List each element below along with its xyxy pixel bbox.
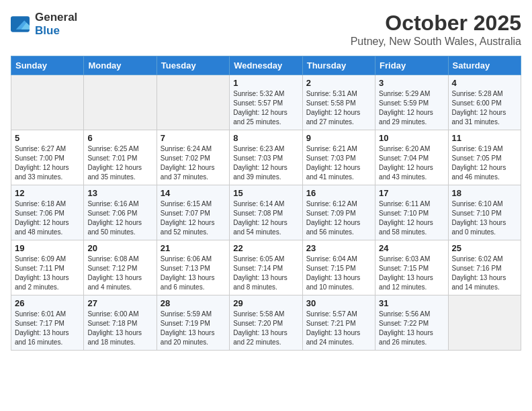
location-subtitle: Putney, New South Wales, Australia	[351, 36, 521, 48]
day-number: 29	[233, 298, 298, 308]
calendar-cell: 5Sunrise: 6:27 AM Sunset: 7:00 PM Daylig…	[11, 130, 84, 185]
calendar-cell: 2Sunrise: 5:31 AM Sunset: 5:58 PM Daylig…	[302, 75, 375, 130]
week-row-2: 5Sunrise: 6:27 AM Sunset: 7:00 PM Daylig…	[11, 130, 521, 185]
day-info: Sunrise: 6:20 AM Sunset: 7:04 PM Dayligh…	[379, 144, 444, 182]
calendar-cell	[157, 75, 229, 130]
day-number: 30	[306, 298, 371, 308]
calendar-cell: 30Sunrise: 5:57 AM Sunset: 7:21 PM Dayli…	[302, 295, 375, 351]
day-number: 15	[233, 188, 298, 198]
day-info: Sunrise: 6:00 AM Sunset: 7:18 PM Dayligh…	[87, 310, 152, 347]
header-saturday: Saturday	[448, 56, 521, 75]
day-info: Sunrise: 6:24 AM Sunset: 7:02 PM Dayligh…	[161, 144, 226, 182]
calendar-cell: 27Sunrise: 6:00 AM Sunset: 7:18 PM Dayli…	[84, 295, 157, 351]
calendar-cell: 13Sunrise: 6:16 AM Sunset: 7:06 PM Dayli…	[84, 185, 157, 240]
day-info: Sunrise: 6:25 AM Sunset: 7:01 PM Dayligh…	[87, 144, 152, 182]
day-info: Sunrise: 5:58 AM Sunset: 7:20 PM Dayligh…	[233, 310, 298, 347]
day-info: Sunrise: 5:56 AM Sunset: 7:22 PM Dayligh…	[379, 310, 444, 347]
day-info: Sunrise: 6:02 AM Sunset: 7:16 PM Dayligh…	[452, 255, 517, 292]
day-number: 20	[87, 243, 152, 253]
day-number: 23	[306, 243, 371, 253]
day-number: 3	[379, 78, 444, 88]
day-info: Sunrise: 6:16 AM Sunset: 7:06 PM Dayligh…	[87, 199, 152, 237]
day-number: 7	[161, 133, 226, 143]
day-number: 12	[15, 188, 80, 198]
calendar-header-row: SundayMondayTuesdayWednesdayThursdayFrid…	[11, 56, 521, 75]
calendar-cell: 20Sunrise: 6:08 AM Sunset: 7:12 PM Dayli…	[84, 240, 157, 295]
header-thursday: Thursday	[302, 56, 375, 75]
calendar-cell: 4Sunrise: 5:28 AM Sunset: 6:00 PM Daylig…	[448, 75, 521, 130]
day-number: 22	[233, 243, 298, 253]
calendar-cell: 16Sunrise: 6:12 AM Sunset: 7:09 PM Dayli…	[302, 185, 375, 240]
day-info: Sunrise: 6:23 AM Sunset: 7:03 PM Dayligh…	[233, 144, 298, 182]
day-info: Sunrise: 6:12 AM Sunset: 7:09 PM Dayligh…	[306, 199, 371, 237]
calendar-cell: 26Sunrise: 6:01 AM Sunset: 7:17 PM Dayli…	[11, 295, 84, 351]
logo-text: General Blue	[35, 11, 77, 37]
calendar-cell: 1Sunrise: 5:32 AM Sunset: 5:57 PM Daylig…	[230, 75, 302, 130]
day-info: Sunrise: 6:14 AM Sunset: 7:08 PM Dayligh…	[233, 199, 298, 237]
day-number: 5	[15, 133, 80, 143]
day-info: Sunrise: 6:08 AM Sunset: 7:12 PM Dayligh…	[87, 255, 152, 292]
calendar-cell: 7Sunrise: 6:24 AM Sunset: 7:02 PM Daylig…	[157, 130, 229, 185]
month-title: October 2025	[351, 11, 521, 36]
week-row-5: 26Sunrise: 6:01 AM Sunset: 7:17 PM Dayli…	[11, 295, 521, 351]
day-info: Sunrise: 5:29 AM Sunset: 5:59 PM Dayligh…	[379, 89, 444, 127]
calendar-cell: 23Sunrise: 6:04 AM Sunset: 7:15 PM Dayli…	[302, 240, 375, 295]
day-number: 9	[306, 133, 371, 143]
day-info: Sunrise: 6:05 AM Sunset: 7:14 PM Dayligh…	[233, 255, 298, 292]
logo-icon	[11, 16, 30, 32]
day-number: 6	[87, 133, 152, 143]
day-number: 31	[379, 298, 444, 308]
calendar-cell: 6Sunrise: 6:25 AM Sunset: 7:01 PM Daylig…	[84, 130, 157, 185]
day-info: Sunrise: 6:04 AM Sunset: 7:15 PM Dayligh…	[306, 255, 371, 292]
day-number: 25	[452, 243, 517, 253]
calendar-cell	[448, 295, 521, 351]
day-info: Sunrise: 5:28 AM Sunset: 6:00 PM Dayligh…	[452, 89, 517, 127]
day-number: 19	[15, 243, 80, 253]
calendar-cell: 10Sunrise: 6:20 AM Sunset: 7:04 PM Dayli…	[375, 130, 448, 185]
header-sunday: Sunday	[11, 56, 84, 75]
day-number: 2	[306, 78, 371, 88]
day-info: Sunrise: 6:09 AM Sunset: 7:11 PM Dayligh…	[15, 255, 80, 292]
calendar-cell: 28Sunrise: 5:59 AM Sunset: 7:19 PM Dayli…	[157, 295, 229, 351]
calendar-cell: 21Sunrise: 6:06 AM Sunset: 7:13 PM Dayli…	[157, 240, 229, 295]
header-monday: Monday	[84, 56, 157, 75]
calendar-cell: 8Sunrise: 6:23 AM Sunset: 7:03 PM Daylig…	[230, 130, 302, 185]
day-number: 26	[15, 298, 80, 308]
calendar-cell: 22Sunrise: 6:05 AM Sunset: 7:14 PM Dayli…	[230, 240, 302, 295]
header-tuesday: Tuesday	[157, 56, 229, 75]
calendar-cell: 9Sunrise: 6:21 AM Sunset: 7:03 PM Daylig…	[302, 130, 375, 185]
calendar-cell: 17Sunrise: 6:11 AM Sunset: 7:10 PM Dayli…	[375, 185, 448, 240]
day-number: 4	[452, 78, 517, 88]
day-number: 27	[87, 298, 152, 308]
day-info: Sunrise: 5:57 AM Sunset: 7:21 PM Dayligh…	[306, 310, 371, 347]
day-info: Sunrise: 6:15 AM Sunset: 7:07 PM Dayligh…	[161, 199, 226, 237]
calendar-cell: 24Sunrise: 6:03 AM Sunset: 7:15 PM Dayli…	[375, 240, 448, 295]
day-info: Sunrise: 6:21 AM Sunset: 7:03 PM Dayligh…	[306, 144, 371, 182]
day-number: 18	[452, 188, 517, 198]
day-number: 21	[161, 243, 226, 253]
day-number: 1	[233, 78, 298, 88]
day-number: 14	[161, 188, 226, 198]
day-number: 11	[452, 133, 517, 143]
logo: General Blue	[11, 11, 77, 37]
day-info: Sunrise: 5:31 AM Sunset: 5:58 PM Dayligh…	[306, 89, 371, 127]
day-number: 17	[379, 188, 444, 198]
day-number: 8	[233, 133, 298, 143]
calendar-cell	[11, 75, 84, 130]
day-info: Sunrise: 6:06 AM Sunset: 7:13 PM Dayligh…	[161, 255, 226, 292]
day-info: Sunrise: 6:11 AM Sunset: 7:10 PM Dayligh…	[379, 199, 444, 237]
calendar-cell: 12Sunrise: 6:18 AM Sunset: 7:06 PM Dayli…	[11, 185, 84, 240]
calendar-cell: 14Sunrise: 6:15 AM Sunset: 7:07 PM Dayli…	[157, 185, 229, 240]
week-row-1: 1Sunrise: 5:32 AM Sunset: 5:57 PM Daylig…	[11, 75, 521, 130]
day-info: Sunrise: 6:10 AM Sunset: 7:10 PM Dayligh…	[452, 199, 517, 237]
calendar-cell: 11Sunrise: 6:19 AM Sunset: 7:05 PM Dayli…	[448, 130, 521, 185]
header-friday: Friday	[375, 56, 448, 75]
calendar-table: SundayMondayTuesdayWednesdayThursdayFrid…	[11, 56, 521, 351]
header-wednesday: Wednesday	[230, 56, 302, 75]
page-header: General Blue October 2025 Putney, New So…	[11, 11, 521, 48]
day-info: Sunrise: 6:19 AM Sunset: 7:05 PM Dayligh…	[452, 144, 517, 182]
day-info: Sunrise: 6:01 AM Sunset: 7:17 PM Dayligh…	[15, 310, 80, 347]
calendar-cell: 31Sunrise: 5:56 AM Sunset: 7:22 PM Dayli…	[375, 295, 448, 351]
calendar-cell: 18Sunrise: 6:10 AM Sunset: 7:10 PM Dayli…	[448, 185, 521, 240]
day-number: 10	[379, 133, 444, 143]
